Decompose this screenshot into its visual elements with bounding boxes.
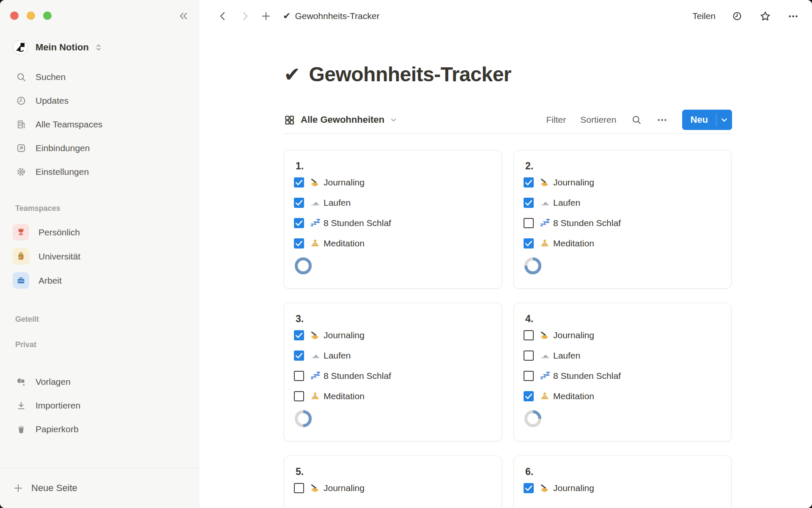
sort-button[interactable]: Sortieren	[580, 115, 616, 125]
habit-label: Laufen	[553, 351, 580, 361]
habit-row: Journaling	[524, 325, 720, 345]
habit-row: 8 Stunden Schlaf	[294, 213, 491, 233]
habit-label: Meditation	[324, 238, 365, 248]
habit-row: Journaling	[294, 172, 491, 193]
share-button[interactable]: Teilen	[692, 11, 716, 21]
habit-row: Journaling	[524, 478, 720, 498]
habit-card-1[interactable]: 1.JournalingLaufen8 Stunden SchlafMedita…	[284, 150, 502, 289]
forward-icon[interactable]	[239, 10, 251, 22]
sidebar-item-label: Importieren	[36, 400, 80, 411]
habit-row: Laufen	[294, 193, 491, 213]
writing-hand-icon	[310, 177, 320, 188]
breadcrumb[interactable]: ✔ Gewohnheits-Tracker	[283, 11, 379, 22]
back-icon[interactable]	[217, 10, 229, 22]
habit-checkbox-checked[interactable]	[294, 198, 304, 208]
habit-checkbox-checked[interactable]	[524, 177, 534, 188]
sidebar-item-label: Einbindungen	[36, 143, 90, 153]
habit-checkbox-checked[interactable]	[294, 177, 304, 188]
habit-label: Journaling	[324, 177, 365, 188]
zzz-icon	[310, 218, 320, 228]
habit-checkbox-unchecked[interactable]	[294, 391, 304, 401]
minimize-window-button[interactable]	[27, 11, 35, 20]
teamspace-label: Arbeit	[38, 276, 62, 286]
habit-checkbox-checked[interactable]	[524, 483, 534, 493]
progress-ring	[295, 410, 312, 427]
habit-checkbox-checked[interactable]	[294, 238, 304, 248]
habit-row: Meditation	[524, 386, 720, 406]
habit-checkbox-checked[interactable]	[524, 198, 534, 208]
sidebar-item-importieren[interactable]: Importieren	[0, 394, 199, 417]
habit-label: Meditation	[553, 238, 594, 248]
page-title: ✔ Gewohnheits-Tracker	[284, 61, 732, 87]
habit-card-4[interactable]: 4.JournalingLaufen8 Stunden SchlafMedita…	[513, 303, 732, 442]
chevron-up-down-icon	[94, 43, 103, 52]
habit-checkbox-checked[interactable]	[294, 351, 304, 361]
habit-label: Journaling	[553, 177, 594, 188]
zzz-icon	[310, 371, 320, 381]
habit-row: Laufen	[294, 345, 491, 366]
plus-icon	[13, 483, 24, 494]
more-options-icon[interactable]	[787, 10, 799, 22]
habit-checkbox-unchecked[interactable]	[524, 351, 534, 361]
habit-row: 8 Stunden Schlaf	[294, 366, 491, 386]
sidebar-item-papierkorb[interactable]: Papierkorb	[0, 417, 199, 441]
workspace-switcher[interactable]: Mein Notion	[0, 39, 199, 56]
habit-row: Meditation	[524, 233, 720, 254]
habit-checkbox-checked[interactable]	[294, 330, 304, 340]
view-tab-alle-gewohnheiten[interactable]: Alle Gewohnheiten	[284, 114, 398, 126]
zzz-icon	[540, 218, 550, 228]
running-shoe-icon	[310, 198, 320, 208]
habit-label: 8 Stunden Schlaf	[553, 218, 621, 228]
habit-card-2[interactable]: 2.JournalingLaufen8 Stunden SchlafMedita…	[513, 150, 732, 289]
new-tab-icon[interactable]	[260, 10, 272, 22]
more-options-icon[interactable]	[656, 114, 668, 126]
sidebar-item-updates[interactable]: Updates	[0, 89, 199, 113]
habit-checkbox-checked[interactable]	[294, 218, 304, 228]
sidebar-item-einbindungen[interactable]: Einbindungen	[0, 136, 199, 160]
habit-row: 8 Stunden Schlaf	[524, 366, 720, 386]
habit-card-6[interactable]: 6.Journaling	[513, 456, 732, 508]
sidebar-item-suchen[interactable]: Suchen	[0, 65, 199, 89]
writing-hand-icon	[540, 330, 550, 340]
new-entry-button[interactable]: Neu	[682, 110, 732, 130]
habit-row: 8 Stunden Schlaf	[524, 213, 720, 233]
collapse-sidebar-icon[interactable]: «	[179, 8, 188, 23]
close-window-button[interactable]	[10, 11, 19, 20]
habit-checkbox-checked[interactable]	[524, 238, 534, 248]
habit-label: Journaling	[324, 483, 365, 493]
habit-checkbox-unchecked[interactable]	[294, 483, 304, 493]
favorite-star-icon[interactable]	[759, 10, 771, 22]
sidebar-item-label: Alle Teamspaces	[36, 119, 102, 130]
sidebar-item-einstellungen[interactable]: Einstellungen	[0, 160, 199, 184]
habit-label: Meditation	[324, 391, 365, 401]
card-title: 1.	[296, 160, 491, 172]
teamspace-item-persönlich[interactable]: Persönlich	[0, 220, 199, 244]
habit-card-5[interactable]: 5.Journaling	[284, 456, 502, 508]
teamspace-item-arbeit[interactable]: Arbeit	[0, 268, 199, 293]
history-clock-icon[interactable]	[731, 10, 743, 22]
workspace-avatar	[13, 40, 28, 55]
new-page-button[interactable]: Neue Seite	[0, 468, 199, 508]
view-label: Alle Gewohnheiten	[301, 114, 384, 125]
teamspace-item-universität[interactable]: Universität	[0, 244, 199, 268]
habit-row: Meditation	[294, 233, 491, 254]
zoom-window-button[interactable]	[43, 11, 52, 20]
trash-icon	[15, 423, 27, 435]
habit-label: 8 Stunden Schlaf	[324, 218, 391, 228]
habit-checkbox-unchecked[interactable]	[524, 218, 534, 228]
habit-checkbox-unchecked[interactable]	[524, 371, 534, 381]
filter-button[interactable]: Filter	[546, 115, 566, 125]
habit-row: Laufen	[524, 345, 720, 366]
chevron-down-icon[interactable]	[716, 110, 732, 130]
habit-checkbox-unchecked[interactable]	[294, 371, 304, 381]
sidebar-menu: SuchenUpdatesAlle TeamspacesEinbindungen…	[0, 65, 199, 184]
habit-card-3[interactable]: 3.JournalingLaufen8 Stunden SchlafMedita…	[284, 303, 502, 442]
habit-label: Laufen	[324, 351, 351, 361]
sidebar-item-label: Einstellungen	[36, 167, 89, 177]
habit-checkbox-unchecked[interactable]	[524, 330, 534, 340]
sidebar-item-label: Suchen	[36, 72, 66, 82]
search-icon[interactable]	[631, 114, 642, 126]
habit-checkbox-checked[interactable]	[524, 391, 534, 401]
sidebar-item-vorlagen[interactable]: Vorlagen	[0, 370, 199, 394]
sidebar-item-alle-teamspaces[interactable]: Alle Teamspaces	[0, 113, 199, 136]
